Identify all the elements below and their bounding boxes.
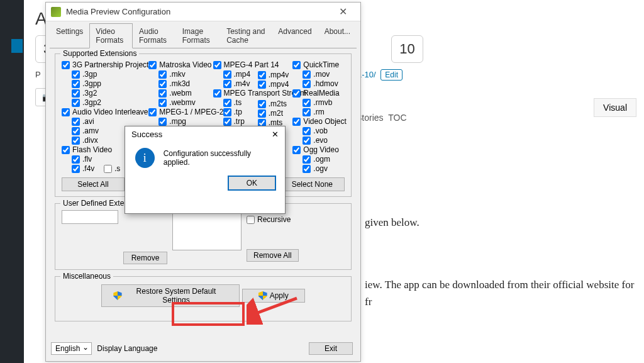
chk-rmvb[interactable] [303, 99, 311, 107]
extension-list[interactable] [172, 210, 242, 250]
chk-mkv[interactable] [158, 70, 167, 79]
language-dropdown[interactable]: English [51, 342, 92, 355]
chk-3g2[interactable] [72, 89, 80, 98]
chk-flv[interactable] [72, 155, 80, 164]
close-icon[interactable]: ✕ [330, 6, 355, 18]
chk-3g-partnership[interactable] [62, 61, 70, 69]
chk-mov[interactable] [303, 70, 311, 79]
arrow-annotation [247, 293, 299, 325]
tab-about[interactable]: About... [318, 23, 357, 48]
tab-audio-formats[interactable]: Audio Formats [133, 23, 176, 48]
info-icon: i [135, 148, 155, 168]
chk-mpv4[interactable] [258, 81, 266, 89]
chk-amv[interactable] [72, 127, 80, 135]
ok-button[interactable]: OK [228, 176, 276, 191]
chk-s-unchecked[interactable] [104, 165, 112, 173]
chk-matroska-group[interactable] [148, 61, 157, 69]
tab-settings[interactable]: Settings [50, 23, 89, 48]
svg-line-0 [253, 298, 297, 315]
title-input-right[interactable]: 10 [391, 35, 423, 63]
popup-title: Success [131, 130, 162, 139]
chk-tp[interactable] [223, 108, 231, 116]
chk-recursive[interactable] [247, 216, 255, 224]
chk-ts-group[interactable] [213, 89, 221, 98]
select-none-button[interactable]: Select None [280, 177, 345, 191]
tab-testing-cache[interactable]: Testing and Cache [220, 23, 272, 48]
chk-realmedia-group[interactable] [292, 89, 301, 98]
tab-video-formats[interactable]: Video Formats [89, 23, 133, 48]
app-icon [51, 7, 61, 17]
extension-input[interactable] [62, 210, 118, 224]
chk-mpg[interactable] [158, 118, 167, 126]
chk-m2ts[interactable] [258, 100, 266, 108]
chk-rm[interactable] [303, 108, 311, 116]
chk-divx[interactable] [72, 137, 80, 145]
editor-toolbar: Stories TOC [356, 113, 633, 123]
popup-message: Configuration successfully applied. [164, 149, 275, 167]
chk-vob[interactable] [303, 127, 311, 135]
user-defined-legend: User Defined Extens [60, 199, 135, 208]
chk-evo[interactable] [303, 137, 311, 145]
chk-vob-group[interactable] [292, 118, 301, 126]
chk-flash-group[interactable] [62, 146, 70, 154]
select-all-button[interactable]: Select All [62, 177, 125, 191]
chk-hdmov[interactable] [303, 80, 311, 88]
chk-m2t[interactable] [258, 109, 266, 118]
language-label: Display Language [97, 344, 157, 353]
chk-mk3d[interactable] [158, 80, 167, 88]
chk-3gpp[interactable] [72, 80, 80, 88]
chk-ts[interactable] [223, 99, 231, 107]
supported-legend: Supported Extensions [60, 49, 139, 58]
chk-mp4[interactable] [223, 70, 231, 79]
chk-trp[interactable] [223, 118, 231, 126]
tab-advanced[interactable]: Advanced [272, 23, 318, 48]
chk-mpeg4-group[interactable] [213, 61, 221, 69]
misc-legend: Miscellaneous [60, 272, 113, 281]
wp-sidebar [0, 0, 24, 363]
remove-button[interactable]: Remove [123, 252, 167, 264]
tab-strip: Settings Video Formats Audio Formats Ima… [46, 21, 360, 48]
chk-mpeg12-group[interactable] [148, 108, 157, 116]
sidebar-active-indicator [11, 39, 23, 53]
chk-3gp2[interactable] [72, 99, 80, 107]
popup-close-icon[interactable]: ✕ [272, 130, 279, 139]
chk-mp4v[interactable] [258, 71, 266, 79]
chk-ogm[interactable] [303, 155, 311, 164]
tab-visual[interactable]: Visual [594, 98, 636, 117]
exit-button[interactable]: Exit [309, 342, 353, 355]
chk-avi[interactable] [72, 118, 80, 126]
dialog-title: Media Preview Configuration [66, 7, 330, 16]
language-row: English Display Language [51, 342, 157, 355]
highlight-apply [172, 302, 245, 326]
chk-webm[interactable] [158, 89, 167, 98]
chk-ogg-group[interactable] [292, 146, 301, 154]
titlebar: Media Preview Configuration ✕ [46, 3, 360, 21]
edit-permalink-button[interactable]: Edit [380, 69, 402, 81]
chk-ogv[interactable] [303, 165, 311, 173]
tab-image-formats[interactable]: Image Formats [176, 23, 220, 48]
chk-avi-group[interactable] [62, 108, 70, 116]
chk-f4v[interactable] [72, 165, 80, 173]
article-body: given below. iew. The app can be downloa… [365, 214, 641, 311]
chk-quicktime-group[interactable] [292, 61, 301, 69]
shield-icon [113, 291, 121, 300]
chk-m4v[interactable] [223, 80, 231, 88]
chk-webmv[interactable] [158, 99, 167, 107]
remove-all-button[interactable]: Remove All [247, 249, 299, 262]
success-popup: Success ✕ i Configuration successfully a… [125, 126, 286, 214]
chk-3gp[interactable] [72, 70, 80, 79]
